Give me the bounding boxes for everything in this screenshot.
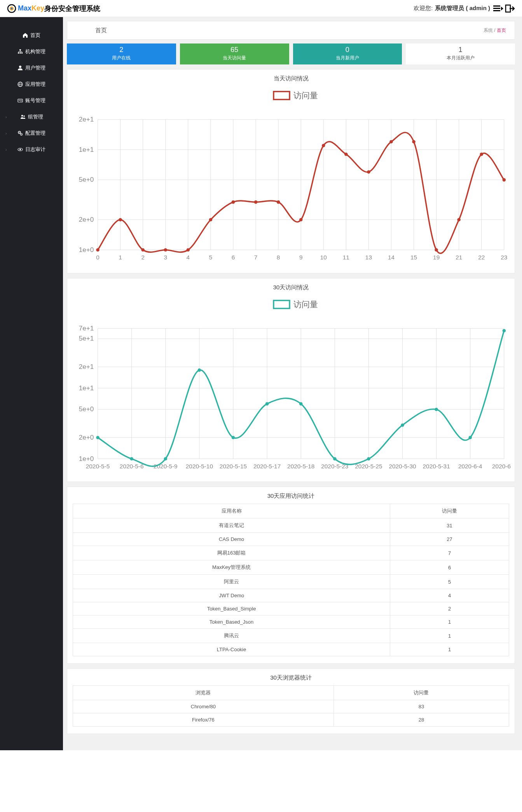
x-tick-label: 2020-5-17 — [253, 463, 281, 469]
table-cell: Token_Based_Json — [73, 616, 390, 629]
users-icon — [20, 114, 26, 120]
data-point[interactable] — [277, 200, 280, 204]
stat-box[interactable]: 0当月新用户 — [293, 43, 402, 64]
panel-title: 30天浏览器统计 — [67, 673, 515, 685]
table-header-row: 应用名称访问量 — [73, 504, 509, 518]
app-logo: MaxKey身份安全管理系统 — [7, 4, 100, 13]
chart-panel-monthly: 30天访问情况 访问量1e+02e+05e+01e+12e+15e+17e+12… — [67, 278, 515, 482]
data-point[interactable] — [265, 402, 269, 405]
stat-box[interactable]: 65当天访问量 — [180, 43, 289, 64]
svg-rect-5 — [493, 10, 500, 11]
data-point[interactable] — [164, 248, 167, 252]
data-point[interactable] — [299, 402, 303, 405]
table-header: 访问量 — [333, 686, 509, 700]
sidebar-item-idcard[interactable]: 账号管理 — [0, 92, 63, 109]
data-point[interactable] — [389, 140, 393, 144]
table-cell: CAS Demo — [73, 533, 390, 546]
table-row: MaxKey管理系统6 — [73, 560, 509, 575]
x-tick-label: 14 — [388, 254, 395, 261]
data-point[interactable] — [254, 200, 258, 204]
table-row: LTPA-Cookie1 — [73, 643, 509, 656]
data-point[interactable] — [435, 248, 438, 252]
data-point[interactable] — [412, 140, 416, 144]
data-point[interactable] — [299, 218, 303, 222]
stat-box[interactable]: 2用户在线 — [67, 43, 176, 64]
sidebar-item-label: 用户管理 — [25, 64, 45, 71]
data-point[interactable] — [96, 248, 100, 252]
svg-rect-9 — [20, 52, 21, 54]
chevron-right-icon: › — [5, 131, 7, 136]
table-cell: 6 — [390, 560, 509, 575]
data-point[interactable] — [344, 153, 348, 156]
x-tick-label: 22 — [478, 254, 485, 261]
data-point[interactable] — [503, 329, 506, 332]
sidebar-item-home[interactable]: 首页 — [0, 27, 63, 43]
data-point[interactable] — [457, 218, 461, 222]
sidebar-item-sitemap[interactable]: 机构管理 — [0, 43, 63, 60]
data-point[interactable] — [187, 248, 190, 252]
data-point[interactable] — [141, 248, 145, 252]
x-tick-label: 13 — [365, 254, 372, 261]
sidebar-item-user[interactable]: 用户管理 — [0, 60, 63, 76]
data-point[interactable] — [232, 200, 235, 204]
eye-icon — [17, 147, 23, 152]
data-point[interactable] — [367, 457, 370, 461]
stat-box[interactable]: 1本月活跃用户 — [406, 43, 515, 64]
legend-swatch — [274, 300, 290, 308]
browser-stats-panel: 30天浏览器统计 浏览器访问量Chrome/8083Firefox/7628 — [67, 668, 515, 734]
data-point[interactable] — [322, 144, 325, 147]
stat-label: 用户在线 — [67, 55, 176, 61]
data-point[interactable] — [164, 457, 167, 461]
svg-rect-10 — [21, 52, 23, 54]
data-point[interactable] — [367, 170, 370, 174]
table-cell: 27 — [390, 533, 509, 546]
table-row: JWT Demo4 — [73, 589, 509, 602]
panel-title: 30天应用访问统计 — [67, 491, 515, 504]
svg-point-19 — [21, 115, 23, 116]
table-cell: JWT Demo — [73, 589, 390, 602]
data-point[interactable] — [401, 423, 404, 427]
logo-text-max: Max — [18, 4, 31, 12]
data-point[interactable] — [435, 408, 438, 411]
data-point[interactable] — [333, 457, 337, 461]
menu-icon[interactable] — [493, 4, 503, 13]
sidebar-item-label: 配置管理 — [25, 130, 45, 137]
browser-table: 浏览器访问量Chrome/8083Firefox/7628 — [73, 685, 509, 727]
svg-point-16 — [19, 100, 19, 101]
chart-svg: 访问量1e+02e+05e+01e+12e+15e+17e+12020-5-52… — [71, 295, 511, 475]
data-point[interactable] — [503, 178, 506, 182]
svg-rect-18 — [20, 101, 22, 101]
legend-label: 访问量 — [293, 300, 318, 309]
table-cell: 腾讯云 — [73, 629, 390, 643]
stat-label: 本月活跃用户 — [406, 55, 515, 61]
svg-rect-8 — [18, 52, 19, 54]
sidebar-item-globe[interactable]: 应用管理 — [0, 76, 63, 92]
table-cell: 阿里云 — [73, 575, 390, 589]
legend-label: 访问量 — [293, 91, 318, 100]
data-point[interactable] — [130, 457, 133, 461]
sidebar-item-cogs[interactable]: ›配置管理 — [0, 125, 63, 141]
app-stats-panel: 30天应用访问统计 应用名称访问量有道云笔记31CAS Demo27网易163邮… — [67, 487, 515, 664]
table-cell: 网易163邮箱 — [73, 546, 390, 560]
svg-rect-17 — [20, 100, 22, 100]
logout-icon[interactable] — [505, 4, 515, 13]
sidebar-item-users[interactable]: ›组管理 — [0, 109, 63, 125]
data-point[interactable] — [96, 436, 100, 439]
sidebar-item-eye[interactable]: ›日志审计 — [0, 141, 63, 158]
app-table: 应用名称访问量有道云笔记31CAS Demo27网易163邮箱7MaxKey管理… — [73, 504, 509, 656]
data-point[interactable] — [480, 153, 483, 156]
data-point[interactable] — [198, 368, 201, 372]
data-point[interactable] — [209, 218, 213, 222]
svg-rect-3 — [493, 5, 500, 7]
x-tick-label: 9 — [299, 254, 303, 261]
y-tick-label: 2e+0 — [79, 216, 94, 223]
data-point[interactable] — [119, 218, 122, 222]
x-tick-label: 2020-5-30 — [389, 463, 416, 469]
data-point[interactable] — [468, 436, 472, 439]
x-tick-label: 2 — [141, 254, 145, 261]
x-tick-label: 2020-5-10 — [186, 463, 213, 469]
x-tick-label: 2020-5-6 — [120, 463, 144, 469]
sidebar-item-label: 机构管理 — [25, 48, 45, 55]
x-tick-label: 2020-5-31 — [423, 463, 450, 469]
data-point[interactable] — [232, 436, 235, 439]
